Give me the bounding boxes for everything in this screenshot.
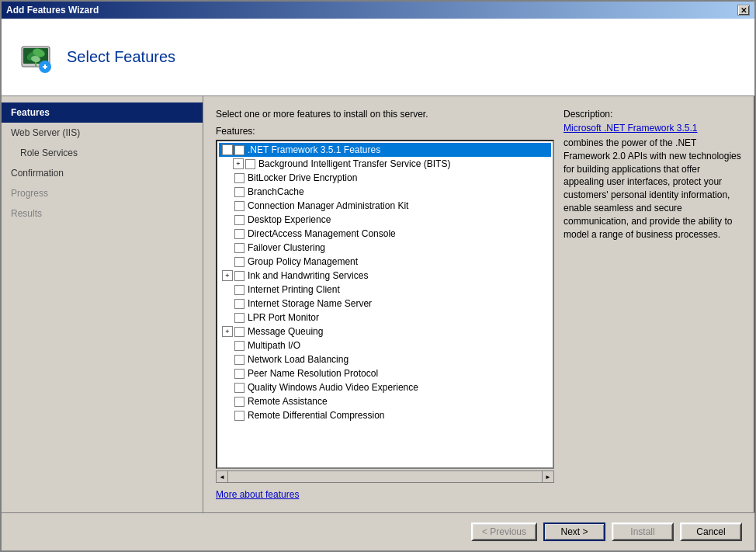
feature-name: Internet Storage Name Server (248, 298, 372, 309)
feature-checkbox[interactable] (234, 411, 244, 421)
list-item[interactable]: Quality Windows Audio Video Experience (219, 380, 551, 394)
sidebar-item-progress: Progress (2, 183, 203, 203)
feature-checkbox[interactable] (234, 229, 244, 239)
feature-checkbox[interactable] (234, 173, 244, 183)
sidebar-item-web-server[interactable]: Web Server (IIS) (2, 123, 203, 143)
features-list-container: − ✓ .NET Framework 3.5.1 Features + Back… (216, 140, 554, 469)
list-item[interactable]: BitLocker Drive Encryption (219, 171, 551, 185)
next-button[interactable]: Next > (543, 522, 605, 541)
feature-name: .NET Framework 3.5.1 Features (248, 144, 380, 155)
add-features-wizard: Add Features Wizard ✕ (0, 0, 756, 552)
list-item[interactable]: Network Load Balancing (219, 352, 551, 366)
sidebar-item-features[interactable]: Features (2, 102, 203, 123)
more-about-link[interactable]: More about features (216, 489, 299, 500)
expander-icon[interactable]: + (222, 270, 233, 281)
scroll-left-button[interactable]: ◄ (216, 470, 228, 483)
install-button[interactable]: Install (612, 522, 674, 541)
list-item[interactable]: Internet Storage Name Server (219, 297, 551, 311)
previous-button[interactable]: < Previous (471, 522, 537, 541)
feature-name: Message Queuing (248, 326, 323, 337)
cancel-button[interactable]: Cancel (680, 522, 742, 541)
expander-icon[interactable]: + (233, 158, 244, 169)
list-item[interactable]: Internet Printing Client (219, 283, 551, 297)
feature-checkbox[interactable] (234, 383, 244, 393)
feature-name: BitLocker Drive Encryption (248, 172, 357, 183)
list-item[interactable]: BranchCache (219, 185, 551, 199)
sidebar-item-results: Results (2, 203, 203, 224)
window-content: Select Features Features Web Server (IIS… (2, 19, 754, 550)
feature-name: Background Intelligent Transfer Service … (258, 158, 450, 169)
feature-checkbox[interactable] (234, 355, 244, 365)
scroll-right-button[interactable]: ► (542, 470, 554, 483)
feature-name: Peer Name Resolution Protocol (248, 368, 378, 379)
feature-name: Connection Manager Administration Kit (248, 200, 408, 211)
sidebar-item-confirmation[interactable]: Confirmation (2, 163, 203, 183)
features-label: Features: (216, 126, 554, 137)
list-item[interactable]: Desktop Experience (219, 213, 551, 227)
feature-checkbox[interactable] (234, 299, 244, 309)
list-item[interactable]: − ✓ .NET Framework 3.5.1 Features (219, 143, 551, 157)
close-button[interactable]: ✕ (737, 5, 750, 16)
feature-checkbox[interactable] (234, 285, 244, 295)
feature-name: Remote Assistance (248, 396, 328, 407)
list-item[interactable]: Failover Clustering (219, 241, 551, 255)
bottom-navigation: < Previous Next > Install Cancel (2, 512, 754, 550)
features-list[interactable]: − ✓ .NET Framework 3.5.1 Features + Back… (217, 141, 553, 467)
feature-name: Desktop Experience (248, 214, 331, 225)
title-bar: Add Features Wizard ✕ (2, 2, 754, 19)
more-about-section: More about features (216, 489, 554, 500)
header-section: Select Features (2, 19, 754, 96)
feature-checkbox[interactable] (234, 257, 244, 267)
feature-checkbox[interactable] (234, 271, 244, 281)
feature-name: Failover Clustering (248, 242, 325, 253)
feature-name: Remote Differential Compression (248, 410, 385, 421)
feature-name: Quality Windows Audio Video Experience (248, 382, 418, 393)
list-item[interactable]: DirectAccess Management Console (219, 227, 551, 241)
feature-name: DirectAccess Management Console (248, 228, 396, 239)
list-item[interactable]: Connection Manager Administration Kit (219, 199, 551, 213)
list-item[interactable]: + Background Intelligent Transfer Servic… (219, 157, 551, 171)
feature-checkbox[interactable] (234, 327, 244, 337)
description-label: Description: (564, 109, 742, 120)
list-item[interactable]: Group Policy Management (219, 255, 551, 269)
feature-checkbox[interactable] (234, 397, 244, 407)
sidebar: Features Web Server (IIS) Role Services … (2, 96, 203, 512)
feature-name: Internet Printing Client (248, 284, 340, 295)
list-item[interactable]: + Ink and Handwriting Services (219, 269, 551, 283)
list-item[interactable]: Multipath I/O (219, 338, 551, 352)
svg-rect-8 (44, 64, 46, 69)
sidebar-item-role-services[interactable]: Role Services (2, 143, 203, 163)
feature-checkbox[interactable] (234, 201, 244, 211)
page-title: Select Features (67, 48, 175, 66)
description-link[interactable]: Microsoft .NET Framework 3.5.1 (564, 123, 742, 134)
feature-checkbox[interactable] (234, 313, 244, 323)
features-icon (17, 39, 54, 76)
main-area: Features Web Server (IIS) Role Services … (2, 96, 754, 512)
description-text: combines the power of the .NET Framework… (564, 137, 742, 241)
feature-name: Multipath I/O (248, 340, 300, 351)
feature-checkbox[interactable] (234, 369, 244, 379)
scroll-track[interactable] (228, 470, 542, 483)
list-item[interactable]: Remote Assistance (219, 394, 551, 408)
features-panel: Select one or more features to install o… (216, 109, 554, 500)
feature-checkbox[interactable] (234, 187, 244, 197)
horizontal-scrollbar[interactable]: ◄ ► (216, 470, 554, 483)
content-area: Select one or more features to install o… (203, 96, 754, 512)
feature-checkbox[interactable] (245, 159, 255, 169)
list-item[interactable]: Peer Name Resolution Protocol (219, 366, 551, 380)
expander-icon[interactable]: − (222, 144, 233, 155)
description-panel: Description: Microsoft .NET Framework 3.… (564, 109, 742, 500)
feature-checkbox[interactable] (234, 243, 244, 253)
list-item[interactable]: Remote Differential Compression (219, 408, 551, 422)
feature-name: Group Policy Management (248, 256, 358, 267)
feature-checkbox[interactable] (234, 341, 244, 351)
instruction-text: Select one or more features to install o… (216, 109, 554, 120)
list-item[interactable]: + Message Queuing (219, 325, 551, 338)
list-item[interactable]: LPR Port Monitor (219, 311, 551, 325)
feature-checkbox[interactable] (234, 215, 244, 225)
expander-icon[interactable]: + (222, 326, 233, 337)
feature-checkbox[interactable]: ✓ (234, 145, 244, 155)
feature-name: Network Load Balancing (248, 354, 349, 365)
feature-name: BranchCache (248, 186, 304, 197)
feature-name: Ink and Handwriting Services (248, 270, 368, 281)
